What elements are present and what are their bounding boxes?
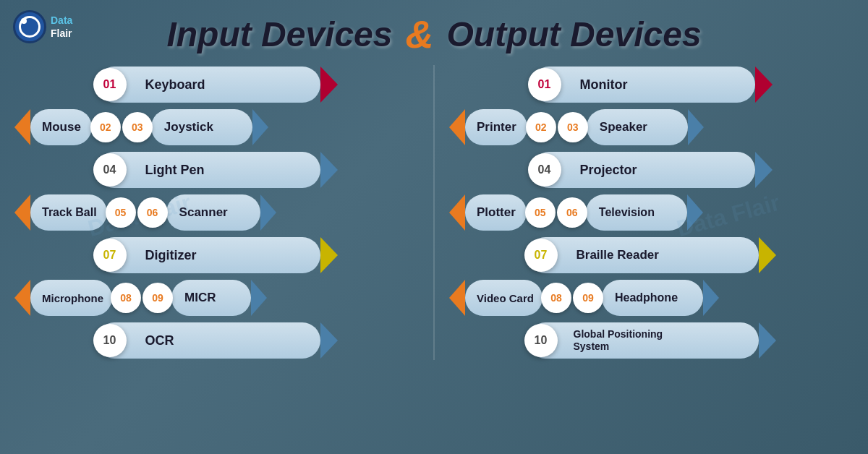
label-gps: Global PositioningSystem [569, 328, 663, 353]
row-printer-speaker: Printer 02 03 Speaker [449, 108, 854, 147]
label-braille: Braille Reader [569, 248, 659, 262]
page-container: Data Flair Input Devices & Output Device… [0, 0, 868, 454]
output-column: 01 Monitor Printer 02 03 Speak [449, 65, 854, 360]
num-04-input: 04 [93, 153, 127, 187]
row-trackball-scanner: Track Ball 05 06 Scanner [14, 193, 419, 232]
row-lightpen: 04 Light Pen [14, 150, 419, 189]
page-header: Input Devices & Output Devices [0, 0, 868, 56]
label-headphone: Headphone [615, 291, 678, 304]
num-03-output: 03 [558, 112, 588, 142]
logo: Data Flair [13, 10, 72, 43]
num-10-input: 10 [93, 324, 127, 357]
num-09-output: 09 [573, 283, 603, 313]
label-television: Television [599, 206, 655, 219]
num-04-output: 04 [528, 153, 561, 187]
label-scanner: Scanner [179, 205, 228, 220]
num-05-input: 05 [106, 197, 136, 228]
label-printer: Printer [477, 120, 516, 134]
input-column: 01 Keyboard Mouse 02 [14, 65, 419, 360]
num-09-input: 09 [142, 283, 173, 313]
num-07-output: 07 [524, 239, 558, 272]
row-braille: 07 Braille Reader [449, 236, 854, 275]
num-07-input: 07 [93, 239, 127, 272]
label-trackball: Track Ball [42, 206, 97, 219]
row-projector: 04 Projector [449, 150, 854, 189]
label-keyboard: Keyboard [138, 77, 205, 93]
row-ocr: 10 OCR [14, 321, 419, 360]
num-03-input: 03 [122, 112, 153, 142]
label-plotter: Plotter [477, 205, 516, 220]
column-divider [433, 65, 435, 360]
label-microphone: Microphone [42, 292, 103, 304]
num-06-input: 06 [137, 197, 168, 228]
label-videocard: Video Card [477, 292, 534, 304]
label-micr: MICR [184, 291, 216, 305]
columns-container: 01 Keyboard Mouse 02 [0, 59, 868, 360]
row-mouse-joystick: Mouse 02 03 Joystick [14, 108, 419, 147]
num-05-output: 05 [525, 197, 556, 228]
row-keyboard: 01 Keyboard [14, 65, 419, 104]
num-02-input: 02 [90, 112, 121, 142]
label-speaker: Speaker [600, 120, 647, 134]
label-lightpen: Light Pen [138, 163, 205, 178]
title-amp: & [406, 12, 434, 56]
row-videocard-headphone: Video Card 08 09 Headphone [449, 278, 854, 317]
title-input: Input Devices [166, 14, 392, 54]
label-projector: Projector [573, 163, 637, 178]
label-joystick: Joystick [164, 120, 213, 134]
num-01-input: 01 [93, 68, 127, 101]
row-monitor: 01 Monitor [449, 65, 854, 104]
row-digitizer: 07 Digitizer [14, 236, 419, 275]
label-monitor: Monitor [573, 77, 628, 93]
label-digitizer: Digitizer [138, 248, 197, 263]
num-01-output: 01 [528, 68, 561, 101]
title-output: Output Devices [447, 14, 702, 54]
num-08-input: 08 [111, 283, 141, 313]
row-plotter-television: Plotter 05 06 Television [449, 193, 854, 232]
label-mouse: Mouse [42, 120, 81, 134]
num-08-output: 08 [541, 283, 571, 313]
num-02-output: 02 [526, 112, 556, 142]
row-gps: 10 Global PositioningSystem [449, 321, 854, 360]
num-06-output: 06 [557, 197, 587, 228]
logo-text: Data Flair [51, 14, 72, 40]
label-ocr: OCR [138, 333, 174, 348]
row-microphone-micr: Microphone 08 09 MICR [14, 278, 419, 317]
num-10-output: 10 [524, 324, 558, 357]
